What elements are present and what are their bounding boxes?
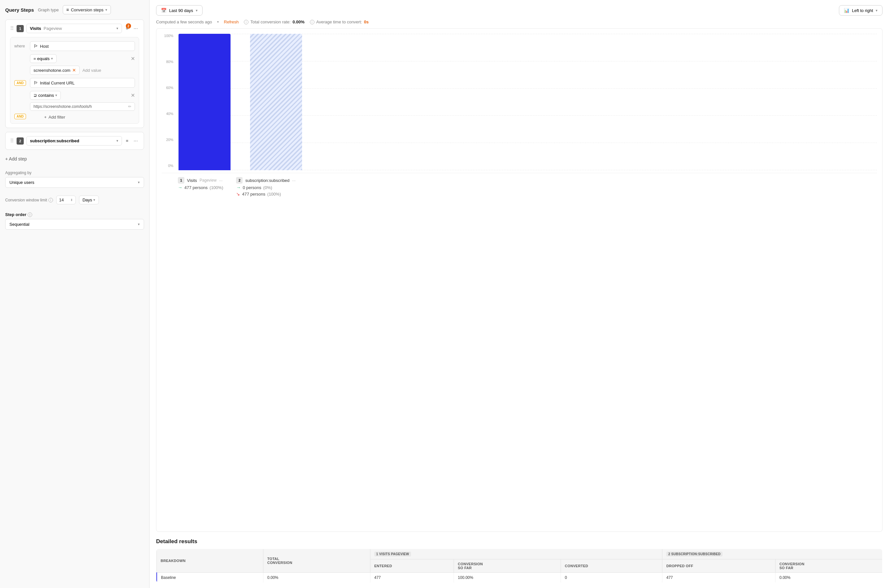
filter1-add-value-btn[interactable]: Add value xyxy=(82,68,101,73)
step2-event-dropdown[interactable]: subscription:subscribed ▾ xyxy=(26,136,122,146)
th-entered: ENTERED xyxy=(370,560,454,573)
computed-row: Computed a few seconds ago • Refresh i T… xyxy=(156,20,883,24)
td-conversion-so-far-1: 100.00% xyxy=(454,573,561,583)
legend-dropped-pct-2: (100%) xyxy=(267,192,281,196)
filter2-condition-value: ⊇ contains xyxy=(33,93,54,98)
table-row: Baseline 0.00% 477 100.00% 0 477 0.00% xyxy=(157,573,883,583)
filter2-url-input[interactable]: https://screenshotone.com/tools/h ✏ xyxy=(30,102,135,111)
stepper-icon: ⬍ xyxy=(70,198,73,202)
step1-event-dropdown[interactable]: Visits Pageview ▾ xyxy=(26,24,122,33)
legend-dropped-2: 477 persons xyxy=(242,192,265,196)
legend-more-1[interactable]: ··· xyxy=(219,178,223,183)
avg-time-label: Average time to convert: xyxy=(316,20,362,24)
filter1-condition-dropdown[interactable]: = equals ▾ xyxy=(30,54,57,63)
aggregating-label: Aggregating by xyxy=(5,171,144,175)
th-conversion-so-far-1: CONVERSIONSO FAR xyxy=(454,560,561,573)
legend-item-1: 1 Visits Pageview ··· → 477 persons (100… xyxy=(178,177,223,196)
step1-more-btn[interactable]: ··· xyxy=(132,24,139,33)
step2-filter-btn[interactable]: ≡ xyxy=(125,137,130,145)
refresh-btn[interactable]: Refresh xyxy=(224,20,239,24)
th-dropped-off: DROPPED OFF xyxy=(662,560,776,573)
aggregating-dropdown[interactable]: Unique users ▾ xyxy=(5,177,144,188)
where-label: where xyxy=(14,44,27,48)
th-step2-badge: 2 SUBSCRIPTION:SUBSCRIBED xyxy=(666,552,722,556)
filter1-value-tag: screenshotone.com ✕ xyxy=(30,66,80,75)
chart-y-axis: 100% 80% 60% 40% 20% 0% xyxy=(162,34,173,170)
step-order-dropdown[interactable]: Sequential ▾ xyxy=(5,219,144,230)
info-icon: i xyxy=(48,198,53,202)
filter1-value-row: screenshotone.com ✕ Add value xyxy=(30,66,135,75)
filter2-url-text: https://screenshotone.com/tools/h xyxy=(33,104,92,109)
legend-more-2[interactable]: ··· xyxy=(292,178,296,183)
direction-btn[interactable]: 📊 Left to right ▾ xyxy=(839,5,883,16)
conversion-window-num: 14 xyxy=(59,198,64,202)
th-total-conversion-group: TOTALCONVERSION xyxy=(263,549,370,573)
left-header: Query Steps Graph type ≡ Conversion step… xyxy=(5,5,144,14)
left-panel: Query Steps Graph type ≡ Conversion step… xyxy=(0,0,150,588)
direction-icon: 📊 xyxy=(844,8,849,13)
avg-time-value: 0s xyxy=(364,20,369,24)
chart-area: 100% 80% 60% 40% 20% 0% xyxy=(162,34,877,170)
legend-persons-1: 477 persons xyxy=(184,185,208,190)
filter2-and-badge: AND xyxy=(14,80,26,86)
step2-filter-icon: ≡ xyxy=(126,138,128,143)
step1-filter-badge: 2 xyxy=(126,23,131,28)
table-body: Baseline 0.00% 477 100.00% 0 477 0.00% xyxy=(157,573,883,583)
th-conversion-so-far-2: CONVERSIONSO FAR xyxy=(775,560,882,573)
step2-drag-handle[interactable]: ⠿ xyxy=(10,138,14,144)
legend-stat-2a: → 0 persons (0%) xyxy=(236,185,296,190)
filter1-property-dropdown[interactable]: 🏳 Host xyxy=(30,41,135,51)
td-converted: 0 xyxy=(561,573,662,583)
step1-drag-handle[interactable]: ⠿ xyxy=(10,26,14,32)
step1-number: 1 xyxy=(17,25,24,32)
bar2-item xyxy=(250,34,302,170)
detailed-results-section: Detailed results BREAKDOWN TOTALCONVERSI… xyxy=(156,538,883,583)
results-table: BREAKDOWN TOTALCONVERSION 1 VISITS PAGEV… xyxy=(156,549,883,583)
conversion-window-unit-dropdown[interactable]: Days ▾ xyxy=(79,196,99,204)
filter2-remove-btn[interactable]: ✕ xyxy=(131,92,135,98)
filter1-value-remove-btn[interactable]: ✕ xyxy=(72,68,76,73)
y-label-40: 40% xyxy=(166,112,173,116)
add-filter-label: Add filter xyxy=(48,115,65,120)
th-converted: CONVERTED xyxy=(561,560,662,573)
avg-time-stat: i Average time to convert: 0s xyxy=(310,20,369,24)
arrow-red-icon-2: ↘ xyxy=(236,191,240,196)
filter2-condition-dropdown[interactable]: ⊇ contains ▾ xyxy=(30,91,61,100)
conversion-window-number-input[interactable]: 14 ⬍ xyxy=(56,196,76,204)
add-filter-btn[interactable]: + Add filter xyxy=(44,115,65,120)
y-label-60: 60% xyxy=(166,86,173,90)
filter2-property-dropdown[interactable]: 🏳 Initial Current URL xyxy=(30,78,135,88)
date-range-btn[interactable]: 📅 Last 90 days ▾ xyxy=(156,5,203,16)
computed-text: Computed a few seconds ago xyxy=(156,20,212,24)
legend-stat-2b: ↘ 477 persons (100%) xyxy=(236,191,296,196)
step1-filter-btn[interactable]: ≡ 2 xyxy=(125,25,130,32)
arrow-green-icon-1: → xyxy=(178,185,182,190)
bar1-solid xyxy=(179,34,230,170)
table-header-group-row: BREAKDOWN TOTALCONVERSION 1 VISITS PAGEV… xyxy=(157,549,883,560)
step1-where-section: where 🏳 Host = equals ▾ ✕ screenshoton xyxy=(10,37,139,124)
avg-time-info-icon: i xyxy=(310,20,314,24)
direction-chevron-icon: ▾ xyxy=(875,9,878,13)
filter2-property-icon: 🏳 xyxy=(33,80,38,86)
step2-more-btn[interactable]: ··· xyxy=(132,137,139,145)
filter1-value-text: screenshotone.com xyxy=(33,68,70,73)
add-step-btn[interactable]: + Add step xyxy=(5,154,144,164)
graph-type-value: Conversion steps xyxy=(71,8,104,12)
aggregating-section: Aggregating by Unique users ▾ xyxy=(5,171,144,188)
filter2-condition-row: ⊇ contains ▾ ✕ xyxy=(30,91,135,100)
bars-row xyxy=(179,34,877,170)
legend-sub-1: Pageview xyxy=(200,178,217,183)
step1-label-sub: Pageview xyxy=(44,26,62,31)
filter1-condition-value: = equals xyxy=(33,56,50,61)
graph-type-icon: ≡ xyxy=(66,7,69,12)
filter1-remove-btn[interactable]: ✕ xyxy=(131,56,135,62)
graph-type-dropdown[interactable]: ≡ Conversion steps ▾ xyxy=(63,5,111,14)
step-order-value: Sequential xyxy=(9,222,29,227)
step1-row: ⠿ 1 Visits Pageview ▾ ≡ 2 ··· xyxy=(10,24,139,33)
td-dropped-off: 477 xyxy=(662,573,776,583)
step1-label-main: Visits xyxy=(30,26,41,31)
add-filter-plus-icon: + xyxy=(44,115,47,120)
legend-label-2: subscription:subscribed xyxy=(245,178,289,183)
filter1-condition-chevron-icon: ▾ xyxy=(51,57,53,61)
chart-bars xyxy=(179,34,877,170)
